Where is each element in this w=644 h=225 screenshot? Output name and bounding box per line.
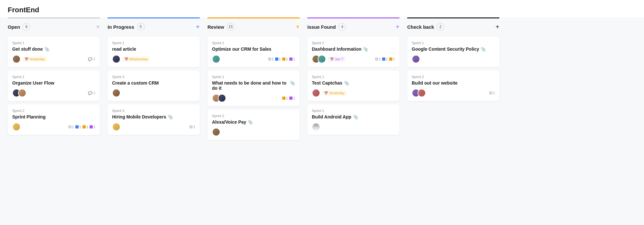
card-in-progress-2[interactable]: Sprint 3Hiring Mobile Developers📎1	[108, 104, 200, 135]
column-add-button-review[interactable]: +	[296, 24, 300, 30]
column-review: Review15+Sprint 1Optimize our CRM for Sa…	[204, 17, 303, 219]
clip-icon: 📎	[248, 120, 253, 125]
column-issue-found: Issue Found4+Sprint 1Dashboard Informati…	[303, 17, 403, 219]
card-footer: 📅Wednesday	[112, 55, 195, 63]
clip-icon: 📎	[353, 115, 358, 119]
card-title: Google Content Security Policy📎	[412, 46, 495, 52]
column-header-review: Review15+	[207, 17, 300, 34]
column-add-button-open[interactable]: +	[96, 24, 100, 30]
card-footer: 📅Yesterday💬 2	[12, 55, 95, 63]
card-footer: 1	[412, 89, 495, 97]
column-header-issue-found: Issue Found4+	[307, 17, 399, 34]
count-badge: 1	[375, 57, 381, 61]
avatar	[418, 89, 426, 97]
card-title: Hiring Mobile Developers📎	[112, 114, 195, 119]
card-avatars	[112, 89, 120, 97]
card-in-progress-1[interactable]: Sprint 3Create a custom CRM	[108, 70, 200, 101]
card-footer: 11	[212, 94, 295, 102]
count-badge: 1	[289, 57, 295, 61]
card-issue-found-0[interactable]: Sprint 1Dashboard Information📎📅Jun 7111	[307, 36, 399, 67]
card-sprint: Sprint 1	[412, 41, 495, 45]
card-footer: 📅Jun 7111	[312, 55, 395, 63]
card-avatars	[312, 123, 320, 131]
card-footer	[112, 89, 195, 97]
card-title: What needs to be done and how to do it📎	[212, 80, 295, 91]
avatar	[112, 123, 120, 131]
card-date-badge: 📅Wednesday	[122, 56, 150, 62]
card-avatars	[212, 94, 226, 102]
card-open-0[interactable]: Sprint 1Get stuff done📎📅Yesterday💬 2	[8, 36, 100, 67]
card-sprint: Sprint 3	[112, 75, 195, 79]
card-date-badge: 📅Jun 7	[328, 56, 345, 62]
card-issue-found-1[interactable]: Sprint 1Test Captchas📎📅Yesterday	[307, 70, 399, 101]
card-open-2[interactable]: Sprint 2Sprint Planning1111	[8, 104, 100, 135]
clip-icon: 📎	[168, 115, 173, 119]
board: Open6+Sprint 1Get stuff done📎📅Yesterday💬…	[0, 17, 644, 223]
card-title: read article	[112, 46, 195, 52]
avatar	[318, 55, 326, 63]
count-badge: 1	[489, 91, 495, 95]
column-count-in-progress: 5	[137, 23, 145, 31]
column-open: Open6+Sprint 1Get stuff done📎📅Yesterday💬…	[4, 17, 104, 219]
column-count-check-back: 2	[437, 23, 444, 31]
card-review-2[interactable]: Sprint 2Alexa/Voice Pay📎	[207, 109, 300, 140]
comment-count: 💬 2	[88, 57, 95, 61]
column-add-button-check-back[interactable]: +	[495, 24, 499, 30]
column-count-issue-found: 4	[338, 23, 346, 31]
column-count-open: 6	[23, 23, 30, 31]
avatar	[212, 128, 220, 136]
column-add-button-in-progress[interactable]: +	[196, 24, 200, 30]
column-in-progress: In Progress5+Sprint 1read article📅Wednes…	[104, 17, 204, 219]
column-add-button-issue-found[interactable]: +	[396, 24, 399, 30]
card-title: Dashboard Information📎	[312, 46, 395, 52]
card-avatars	[12, 123, 21, 131]
card-check-back-1[interactable]: Sprint 2Build out our website1	[407, 70, 499, 101]
avatar	[112, 55, 120, 63]
card-footer: 📅Yesterday	[312, 89, 395, 97]
column-title-issue-found: Issue Found	[307, 24, 336, 30]
card-review-1[interactable]: Sprint 1What needs to be done and how to…	[207, 70, 300, 106]
clip-icon: 📎	[44, 47, 50, 52]
count-badge: 1	[68, 125, 74, 129]
clip-icon: 📎	[290, 81, 295, 86]
card-title: Get stuff done📎	[12, 46, 95, 52]
avatar	[412, 55, 420, 63]
card-date-badge: 📅Yesterday	[23, 56, 47, 62]
card-avatars	[12, 89, 26, 97]
card-title: Organize User Flow	[12, 80, 95, 86]
card-title: Test Captchas📎	[312, 80, 395, 86]
card-in-progress-0[interactable]: Sprint 1read article📅Wednesday	[108, 36, 200, 67]
count-badge: 1	[90, 125, 95, 129]
column-header-in-progress: In Progress5+	[108, 17, 200, 34]
app-title: FrontEnd	[8, 6, 636, 14]
card-sprint: Sprint 1	[312, 109, 395, 113]
clip-icon: 📎	[363, 47, 368, 52]
card-sprint: Sprint 1	[312, 41, 395, 45]
count-badges: 1	[489, 91, 495, 95]
column-count-review: 15	[227, 23, 235, 31]
card-footer	[312, 123, 395, 131]
avatar	[218, 94, 226, 102]
card-avatars	[212, 55, 220, 63]
card-footer: 1111	[212, 55, 295, 63]
avatar	[312, 123, 320, 131]
card-check-back-0[interactable]: Sprint 1Google Content Security Policy📎	[407, 36, 499, 67]
card-avatars	[112, 55, 120, 63]
column-header-check-back: Check back2+	[407, 17, 499, 34]
card-title: Build Android App📎	[312, 114, 395, 119]
avatar	[212, 55, 220, 63]
column-header-open: Open6+	[8, 17, 100, 34]
count-badge: 1	[389, 57, 395, 61]
card-issue-found-2[interactable]: Sprint 1Build Android App📎	[307, 104, 399, 135]
avatar	[12, 123, 21, 131]
card-title: Build out our website	[412, 80, 495, 86]
card-open-1[interactable]: Sprint 1Organize User Flow💬 2	[8, 70, 100, 101]
count-badges: 1	[189, 125, 195, 129]
card-footer	[412, 55, 495, 63]
count-badge: 1	[282, 96, 288, 100]
card-review-0[interactable]: Sprint 1Optimize our CRM for Sales1111	[207, 36, 300, 67]
card-avatars	[412, 89, 426, 97]
comment-count: 💬 2	[88, 91, 95, 95]
clip-icon: 📎	[481, 47, 486, 52]
card-title: Alexa/Voice Pay📎	[212, 119, 295, 125]
